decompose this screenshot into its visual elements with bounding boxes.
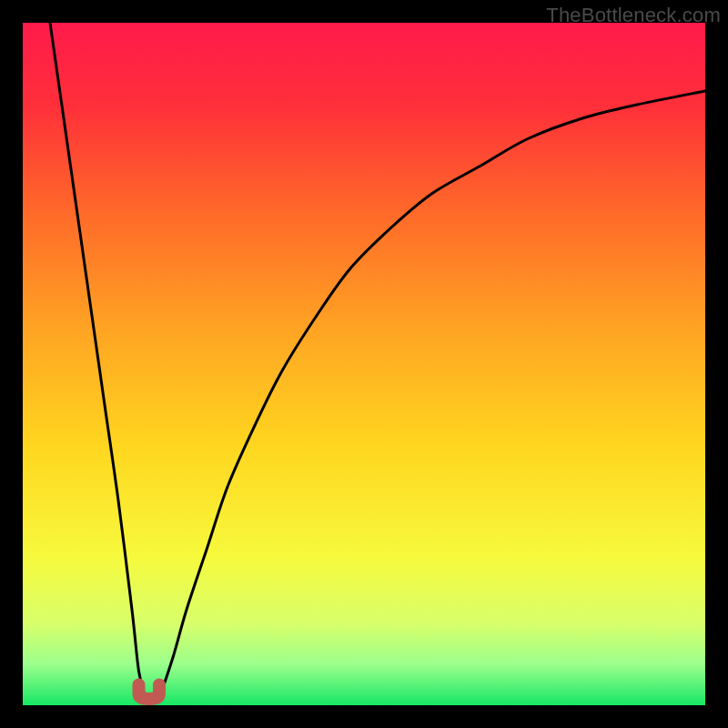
- chart-frame: [23, 23, 705, 705]
- gradient-background: [23, 23, 705, 705]
- watermark-text: TheBottleneck.com: [546, 4, 721, 27]
- bottleneck-chart: [23, 23, 705, 705]
